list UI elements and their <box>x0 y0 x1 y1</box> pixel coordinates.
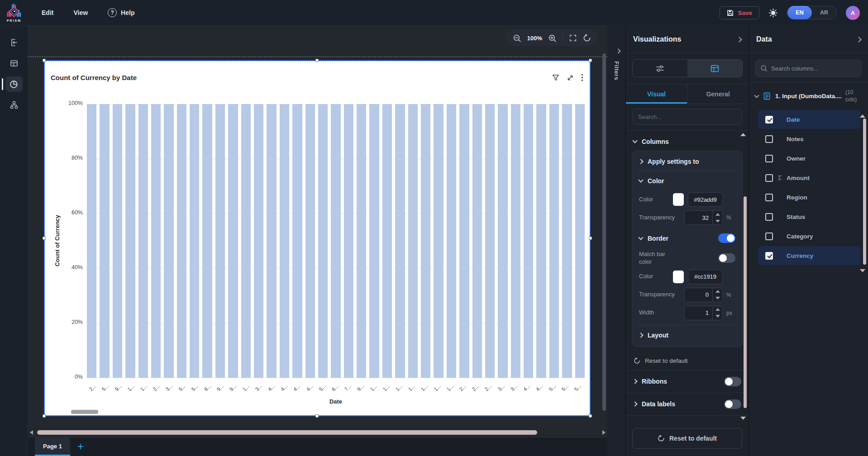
scroll-thumb[interactable] <box>37 430 537 435</box>
filters-collapsed-panel[interactable]: Filters <box>607 26 626 456</box>
language-ar-button[interactable]: AR <box>812 6 836 19</box>
scroll-right-arrow[interactable] <box>602 430 606 435</box>
bar[interactable] <box>305 104 315 378</box>
field-row-status[interactable]: Status <box>758 207 861 226</box>
bar[interactable] <box>357 104 366 378</box>
bar[interactable] <box>536 104 546 378</box>
ribbons-section[interactable]: Ribbons <box>626 370 749 393</box>
selection-handle[interactable] <box>43 414 46 418</box>
data-source-row[interactable]: 1. Input (DumboData.... (10 cols) <box>749 83 868 108</box>
bar-color-hex-input[interactable] <box>688 192 723 207</box>
save-button[interactable]: Save <box>720 6 759 19</box>
bar[interactable] <box>434 104 443 378</box>
bar[interactable] <box>202 104 212 378</box>
field-row-region[interactable]: Region <box>758 188 861 207</box>
border-color-swatch[interactable] <box>673 271 684 283</box>
bar[interactable] <box>408 104 418 378</box>
menu-view[interactable]: View <box>73 9 88 16</box>
bar[interactable] <box>344 104 353 378</box>
bar[interactable] <box>215 104 225 378</box>
collapse-visualizations-icon[interactable] <box>736 37 742 43</box>
field-checkbox[interactable] <box>765 135 773 143</box>
field-row-category[interactable]: Category <box>758 227 861 246</box>
menu-edit[interactable]: Edit <box>42 9 53 16</box>
bar[interactable] <box>241 104 251 378</box>
scroll-left-arrow[interactable] <box>30 430 33 435</box>
field-checkbox[interactable] <box>765 194 773 201</box>
ribbons-toggle[interactable] <box>724 377 741 386</box>
add-page-button[interactable]: + <box>70 437 91 456</box>
scroll-down-arrow[interactable] <box>860 269 865 272</box>
reset-to-default-link[interactable]: Reset to default <box>626 352 749 370</box>
spinner-down-button[interactable] <box>713 218 722 224</box>
flow-view-button[interactable] <box>5 97 23 113</box>
bar[interactable] <box>125 104 135 378</box>
field-checkbox[interactable] <box>765 252 773 260</box>
bar[interactable] <box>100 104 109 378</box>
layout-group-header[interactable]: Layout <box>639 327 735 343</box>
tab-general[interactable]: General <box>687 85 749 104</box>
spinner-up-button[interactable] <box>713 288 722 295</box>
filter-funnel-icon[interactable] <box>552 74 559 81</box>
bar[interactable] <box>498 104 507 378</box>
theme-toggle-button[interactable] <box>768 8 778 18</box>
field-row-owner[interactable]: Owner <box>758 149 861 168</box>
viz-scrollbar-thumb[interactable] <box>744 196 747 408</box>
bar[interactable] <box>138 104 148 378</box>
bar[interactable] <box>267 104 276 378</box>
zoom-out-button[interactable] <box>513 34 521 43</box>
more-options-icon[interactable] <box>581 74 583 81</box>
bar[interactable] <box>524 104 533 378</box>
data-labels-section[interactable]: Data labels <box>626 393 749 416</box>
bar[interactable] <box>382 104 392 378</box>
bar[interactable] <box>177 104 186 378</box>
bar[interactable] <box>472 104 482 378</box>
field-row-notes[interactable]: Notes <box>758 129 861 148</box>
bar[interactable] <box>421 104 430 378</box>
match-bar-color-toggle[interactable] <box>718 253 735 263</box>
page-tab-1[interactable]: Page 1 <box>35 437 70 456</box>
border-toggle[interactable] <box>718 233 735 243</box>
reset-view-button[interactable] <box>583 34 591 42</box>
tab-visual[interactable]: Visual <box>626 85 687 104</box>
format-visual-mode-button[interactable] <box>687 60 742 77</box>
collapse-sidebar-button[interactable] <box>5 35 23 50</box>
canvas-vertical-scrollbar[interactable] <box>602 53 606 411</box>
bar[interactable] <box>190 104 199 378</box>
bar[interactable] <box>113 104 122 378</box>
data-labels-toggle[interactable] <box>724 399 741 409</box>
scroll-down-arrow[interactable] <box>740 417 746 420</box>
bar[interactable] <box>87 104 96 378</box>
build-visual-mode-button[interactable] <box>633 60 687 77</box>
charts-view-button[interactable] <box>5 76 23 92</box>
bar[interactable] <box>485 104 495 378</box>
bar[interactable] <box>164 104 173 378</box>
bar-color-swatch[interactable] <box>673 193 684 206</box>
bar[interactable] <box>562 104 572 378</box>
expand-visual-icon[interactable] <box>567 74 574 81</box>
columns-search-input[interactable] <box>771 65 857 72</box>
field-row-date[interactable]: Date <box>758 110 861 129</box>
bar[interactable] <box>228 104 238 378</box>
reset-to-default-button[interactable]: Reset to default <box>632 428 742 449</box>
bar[interactable] <box>447 104 456 378</box>
spinner-down-button[interactable] <box>713 313 722 320</box>
zoom-in-button[interactable] <box>548 34 557 43</box>
spinner-up-button[interactable] <box>713 306 722 313</box>
selection-handle[interactable] <box>589 59 592 62</box>
border-group-header[interactable]: Border <box>639 228 735 247</box>
selection-handle[interactable] <box>589 414 592 418</box>
app-logo[interactable]: PRISM <box>0 0 28 26</box>
bar[interactable] <box>395 104 405 378</box>
bar[interactable] <box>549 104 559 378</box>
bar[interactable] <box>459 104 469 378</box>
field-checkbox[interactable] <box>765 213 773 221</box>
bar[interactable] <box>151 104 161 378</box>
columns-section-header[interactable]: Columns <box>626 131 749 150</box>
bar[interactable] <box>292 104 302 378</box>
field-checkbox[interactable] <box>765 116 773 124</box>
language-en-button[interactable]: EN <box>787 6 812 19</box>
scroll-up-arrow[interactable] <box>740 133 746 136</box>
field-row-currency[interactable]: Currency <box>758 246 861 265</box>
expand-filters-icon[interactable] <box>615 48 620 53</box>
